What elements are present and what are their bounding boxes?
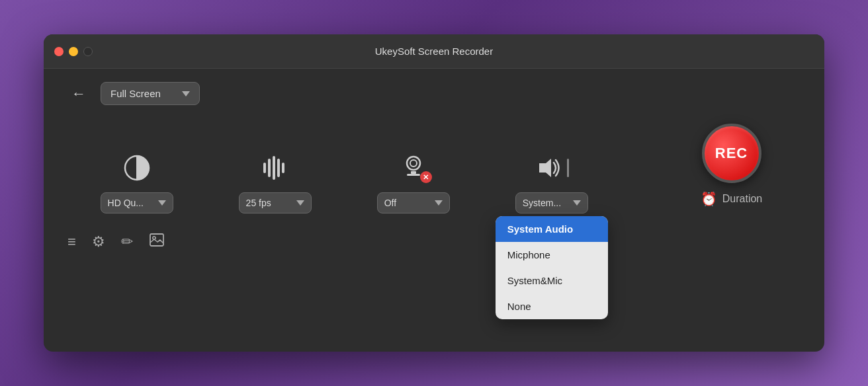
window-title: UkeySoft Screen Recorder [375, 46, 493, 57]
rec-button[interactable]: REC [702, 124, 761, 183]
fps-chevron-icon [296, 200, 304, 206]
audio-dropdown-popup: System Audio Micphone System&Mic None [496, 216, 608, 319]
settings-icon[interactable]: ⚙ [92, 233, 105, 251]
audio-option-none[interactable]: None [496, 293, 608, 319]
webcam-icon: ✕ [399, 151, 428, 184]
audio-dropdown-button[interactable]: System... [515, 192, 588, 213]
webcam-control: ✕ Off [344, 151, 482, 213]
pen-icon[interactable]: ✏ [121, 233, 133, 251]
fps-label: 25 fps [246, 198, 271, 208]
svg-rect-3 [268, 159, 271, 177]
audio-level-bar [567, 159, 569, 177]
app-window: UkeySoft Screen Recorder ← Full Screen [44, 34, 824, 352]
controls-row: HD Qu... 25 fps [67, 124, 801, 213]
minimize-button[interactable] [69, 47, 78, 56]
webcam-off-badge: ✕ [420, 171, 432, 183]
back-button[interactable]: ← [67, 85, 90, 102]
svg-rect-5 [277, 159, 280, 177]
audio-option-system-audio[interactable]: System Audio [496, 216, 608, 242]
duration-label: Duration [722, 193, 762, 205]
rec-area: REC ⏰ Duration [662, 124, 801, 213]
traffic-lights [54, 47, 93, 56]
title-bar: UkeySoft Screen Recorder [44, 34, 824, 69]
quality-chevron-icon [158, 200, 166, 206]
duration-control[interactable]: ⏰ Duration [701, 191, 762, 207]
webcam-label: Off [384, 198, 396, 208]
audio-control: System... System Audio Micphone System&M… [482, 151, 621, 213]
quality-label: HD Qu... [108, 198, 144, 208]
svg-rect-6 [282, 163, 284, 173]
screen-mode-dropdown[interactable]: Full Screen [101, 82, 200, 105]
svg-rect-4 [273, 156, 275, 180]
quality-dropdown[interactable]: HD Qu... [101, 192, 173, 213]
quality-icon [122, 151, 152, 184]
fps-icon [261, 151, 290, 184]
fps-control: 25 fps [206, 151, 344, 213]
image-icon[interactable] [149, 232, 165, 251]
svg-marker-11 [539, 159, 551, 177]
svg-rect-10 [407, 174, 420, 176]
audio-icon [534, 151, 569, 184]
svg-rect-9 [411, 171, 416, 174]
main-content: ← Full Screen HD Qu... [44, 69, 824, 352]
audio-chevron-icon [573, 200, 581, 206]
quality-control: HD Qu... [67, 151, 206, 213]
audio-option-microphone[interactable]: Micphone [496, 242, 608, 268]
svg-rect-12 [150, 234, 163, 246]
bottom-toolbar: ≡ ⚙ ✏ [67, 232, 801, 251]
screen-mode-chevron-icon [182, 91, 190, 96]
svg-point-8 [410, 160, 417, 167]
list-icon[interactable]: ≡ [67, 233, 76, 251]
close-button[interactable] [54, 47, 64, 56]
webcam-chevron-icon [435, 200, 443, 206]
alarm-icon: ⏰ [701, 191, 717, 207]
top-bar: ← Full Screen [67, 82, 801, 105]
maximize-button[interactable] [83, 47, 93, 56]
webcam-dropdown[interactable]: Off [377, 192, 450, 213]
screen-mode-label: Full Screen [110, 88, 161, 99]
fps-dropdown[interactable]: 25 fps [239, 192, 312, 213]
audio-option-system-mic[interactable]: System&Mic [496, 268, 608, 293]
audio-label: System... [523, 198, 561, 208]
speaker-wrap [534, 153, 569, 182]
svg-point-7 [407, 157, 420, 170]
svg-rect-2 [263, 163, 266, 173]
